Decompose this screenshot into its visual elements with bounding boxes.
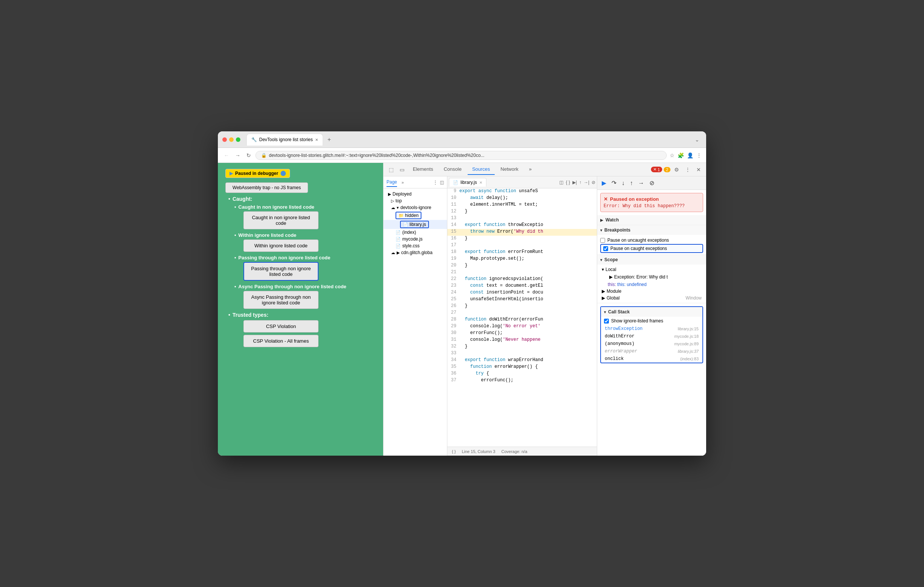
show-ignored-checkbox[interactable] xyxy=(604,319,609,324)
code-more-icon[interactable]: ▶| xyxy=(573,180,577,185)
callstack-item-1[interactable]: doWithError mycode.js:18 xyxy=(601,332,702,340)
close-button[interactable] xyxy=(222,137,227,142)
tree-devtools-ignore[interactable]: ☁ ▾ devtools-ignore xyxy=(383,204,447,211)
breakpoints-header[interactable]: ▾ Breakpoints xyxy=(597,225,706,235)
maximize-button[interactable] xyxy=(236,137,240,142)
step-into-button[interactable]: ↓ xyxy=(620,179,626,187)
tree-index-label: (index) xyxy=(402,230,416,235)
scope-section: ▾ Scope ▾ Local ▶ Exception: E xyxy=(597,255,706,303)
close-devtools-icon[interactable]: ✕ xyxy=(694,165,703,174)
code-line-32: 32 } xyxy=(447,344,597,350)
step-over-button[interactable]: ↷ xyxy=(610,179,618,187)
callstack-item-4[interactable]: onclick (index):83 xyxy=(601,355,702,363)
forward-button[interactable]: → xyxy=(234,151,242,160)
code-tab-library-js[interactable]: 📄 library.js ✕ xyxy=(449,178,487,187)
code-step-icon[interactable]: ↑ xyxy=(579,180,581,185)
callstack-header[interactable]: ▾ Call Stack xyxy=(601,307,702,317)
step-out-button[interactable]: ↑ xyxy=(629,179,634,187)
extension-icon[interactable]: 🧩 xyxy=(678,152,684,158)
refresh-button[interactable]: ↻ xyxy=(245,151,252,160)
tab-console[interactable]: Console xyxy=(439,164,466,175)
code-line-34: 34 export function wrapErrorHand xyxy=(447,357,597,364)
tab-sources[interactable]: Sources xyxy=(468,164,495,175)
new-tab-button[interactable]: + xyxy=(325,136,334,143)
callstack-item-0[interactable]: throwException library.js:15 xyxy=(601,325,702,332)
tree-hidden-folder[interactable]: 📁 hidden xyxy=(383,211,447,220)
code-line-31: 31 console.log('Never happene xyxy=(447,337,597,344)
tree-style-css[interactable]: 📄 style.css xyxy=(383,242,447,249)
settings-icon[interactable]: ⚙ xyxy=(672,165,681,174)
error-x-icon: ✕ xyxy=(653,167,657,172)
user-icon[interactable]: 👤 xyxy=(687,152,693,158)
status-line-col: Line 15, Column 3 xyxy=(462,449,495,454)
tree-library-js[interactable]: 📄 library.js xyxy=(383,220,447,229)
passing-through-button[interactable]: Passing through non ignore listed code xyxy=(243,262,318,281)
tree-library-highlight: 📄 library.js xyxy=(400,221,429,228)
lock-icon: 🔒 xyxy=(261,153,267,158)
caught-non-ignore-group: Caught in non ignore listed code xyxy=(234,211,376,229)
minimize-button[interactable] xyxy=(229,137,234,142)
module-scope[interactable]: ▶ Module xyxy=(600,288,703,294)
tab-elements[interactable]: Elements xyxy=(408,164,437,175)
url-bar[interactable]: 🔒 devtools-ignore-list-stories.glitch.me… xyxy=(256,151,667,160)
step-button[interactable]: → xyxy=(637,179,646,187)
menu-icon[interactable]: ⋮ xyxy=(696,152,702,158)
inspect-element-icon[interactable]: ⬚ xyxy=(386,165,396,174)
callstack-item-2[interactable]: (anonymous) mycode.js:89 xyxy=(601,340,702,347)
code-line-17: 17 xyxy=(447,242,597,249)
caught-section-title: • Caught: xyxy=(228,196,376,202)
tree-mycode-js[interactable]: 📄 mycode.js xyxy=(383,236,447,242)
pause-caught-checkbox[interactable] xyxy=(603,246,608,251)
code-tab-close[interactable]: ✕ xyxy=(479,181,482,185)
async-passing-button[interactable]: Async Passing through non ignore listed … xyxy=(243,291,318,309)
tree-expand-icon: ▶ xyxy=(388,192,391,197)
sources-more-icon[interactable]: ⋮ xyxy=(433,180,437,185)
back-button[interactable]: ← xyxy=(222,151,231,160)
code-disable-icon[interactable]: ⊘ xyxy=(592,180,595,185)
chevron-down-icon[interactable]: ⌄ xyxy=(693,135,702,144)
curly-braces-icon: { } xyxy=(452,449,455,454)
sources-toggle-icon[interactable]: ◫ xyxy=(440,180,444,185)
code-line-18: 18 export function errorFromRunt xyxy=(447,249,597,256)
device-toolbar-icon[interactable]: ▭ xyxy=(398,165,407,174)
square-bullet-3: ▪ xyxy=(234,255,236,260)
exception-expand[interactable]: ▶ Exception: Error: Why did t xyxy=(608,274,702,280)
code-arrow-icon[interactable]: →| xyxy=(584,180,589,185)
callstack-fn-2: (anonymous) xyxy=(605,341,634,347)
code-format-icon[interactable]: { } xyxy=(566,180,570,185)
local-scope[interactable]: ▾ Local xyxy=(600,266,703,273)
tree-deployed[interactable]: ▶ Deployed xyxy=(383,191,447,197)
tree-cdn[interactable]: ☁ ▶ cdn.glitch.globa xyxy=(383,249,447,256)
code-line-23: 23 const text = document.getEl xyxy=(447,283,597,290)
code-sidebar-toggle[interactable]: ◫ xyxy=(559,180,563,185)
csp-violation-all-button[interactable]: CSP Violation - All frames xyxy=(243,335,318,347)
deactivate-breakpoints-button[interactable]: ⊘ xyxy=(648,179,656,187)
tree-top[interactable]: ▷ top xyxy=(383,197,447,204)
watch-header[interactable]: ▶ Watch xyxy=(597,215,706,225)
callstack-item-3[interactable]: errorWrapper library.js:37 xyxy=(601,347,702,355)
sources-more-tabs[interactable]: » xyxy=(401,180,404,185)
sources-page-tab[interactable]: Page xyxy=(386,178,397,187)
code-line-12: 12 } xyxy=(447,209,597,215)
square-bullet-4: ▪ xyxy=(234,284,236,289)
bookmark-icon[interactable]: ☆ xyxy=(670,152,675,158)
tab-more[interactable]: » xyxy=(524,164,536,175)
watch-section: ▶ Watch xyxy=(597,215,706,225)
code-line-28: 28 function doWithError(errorFun xyxy=(447,317,597,324)
caught-non-ignore-button[interactable]: Caught in non ignore listed code xyxy=(243,211,318,229)
more-options-icon[interactable]: ⋮ xyxy=(683,165,693,174)
browser-tab-active[interactable]: 🔧 DevTools ignore list stories ✕ xyxy=(246,133,323,146)
resume-button[interactable]: ▶ xyxy=(600,179,608,187)
file-icon-3: 📄 xyxy=(396,237,401,242)
scope-header[interactable]: ▾ Scope xyxy=(597,255,706,265)
pause-uncaught-checkbox[interactable] xyxy=(600,238,605,243)
global-chevron: ▶ xyxy=(602,295,605,301)
show-ignored-row: Show ignore-listed frames xyxy=(601,317,702,325)
tab-network[interactable]: Network xyxy=(496,164,523,175)
global-scope[interactable]: ▶ Global Window xyxy=(600,294,703,301)
tree-index[interactable]: 📄 (index) xyxy=(383,229,447,236)
csp-violation-button[interactable]: CSP Violation xyxy=(243,320,318,332)
tab-close-button[interactable]: ✕ xyxy=(315,138,318,142)
code-line-20: 20 } xyxy=(447,263,597,270)
within-ignore-button[interactable]: Within ignore listed code xyxy=(243,240,318,252)
